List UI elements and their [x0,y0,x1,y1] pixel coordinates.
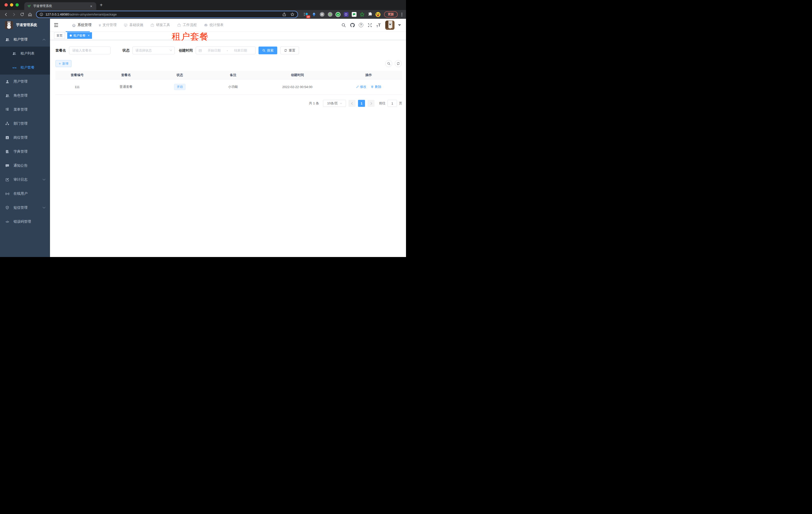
badge-icon [5,135,9,140]
emoji-extension-icon[interactable] [376,12,380,17]
green-chat-extension-icon[interactable] [351,12,356,17]
nav-workflow[interactable]: 工作流程 [177,23,197,27]
sidebar-item-label: 部门管理 [13,121,28,126]
url-bar[interactable]: 127.0.0.1:48080/admin-ui/system/tenant/p… [36,11,298,18]
search-icon[interactable] [341,22,346,28]
minimize-window-button[interactable] [10,3,13,6]
delete-link[interactable]: 删除 [371,85,381,89]
share-icon[interactable] [282,12,286,17]
gem-extension-icon[interactable] [312,12,317,17]
sidebar-item-tenant-management[interactable]: 租户管理 [0,32,50,47]
date-range-picker[interactable]: 开始日期 - 结束日期 [196,47,256,54]
help-icon[interactable]: ? [358,22,364,28]
book-gear-icon [5,150,9,154]
nav-dev-tools[interactable]: 研发工具 [150,23,170,27]
search-button-label: 搜索 [267,48,273,53]
fullscreen-icon[interactable] [367,22,373,28]
nav-statistics[interactable]: 统计报表 [204,23,224,27]
blue-diamond-extension-icon[interactable]: 10 [303,12,309,17]
sidebar-item-notice[interactable]: 通知公告 [0,159,50,173]
browser-tab[interactable]: 芋道管理系统 × [24,2,96,10]
goto-page: 前往 页 [379,100,402,107]
close-window-button[interactable] [4,3,8,6]
sidebar-menu: 租户管理 租户列表 租户套餐 [0,32,50,229]
green-star-extension-icon[interactable] [359,12,365,17]
col-status: 状态 [153,73,206,77]
chrome-update-button[interactable]: 更新 [384,11,398,18]
chrome-menu-icon[interactable] [400,13,404,16]
status-select[interactable]: 请选择状态 [133,47,175,54]
grey-dot-extension-icon[interactable] [327,12,332,17]
nav-payment-management[interactable]: ¥ 支付管理 [99,23,116,27]
sidebar-item-online-users[interactable]: 在线用户 [0,187,50,201]
bookmark-star-icon[interactable] [290,12,294,17]
tab-close-icon[interactable]: × [89,4,93,8]
sidebar-item-department-management[interactable]: 部门管理 [0,117,50,131]
current-page-button[interactable]: 1 [358,100,365,107]
sidebar-item-label: 菜单管理 [13,107,28,112]
text-size-icon[interactable]: TT [376,22,381,28]
sidebar-item-dict-management[interactable]: 字典管理 [0,145,50,159]
sidebar-item-label: 用户管理 [13,79,28,84]
sidebar-item-label: 租户管理 [13,37,28,42]
sidebar: 芋道管理系统 租户管理 租户列表 [0,19,50,257]
nav-system-management[interactable]: 系统管理 [72,23,91,27]
start-date-placeholder: 开始日期 [202,48,226,53]
tag-label: 租户套餐 [74,33,86,38]
github-icon[interactable] [349,22,355,28]
reset-button-label: 重置 [289,48,295,53]
sidebar-logo-row[interactable]: 芋道管理系统 [0,19,50,31]
search-button[interactable]: 搜索 [259,47,277,54]
collapse-sidebar-icon[interactable] [50,23,62,27]
monitor-icon [124,23,127,27]
sidebar-item-role-management[interactable]: 角色管理 [0,88,50,103]
nav-infrastructure[interactable]: 基础设施 [124,23,143,27]
package-name-input[interactable] [69,47,111,54]
sidebar-item-label: 短信管理 [13,206,28,210]
col-actions: 操作 [335,73,402,77]
reload-button[interactable] [19,11,26,18]
goto-page-input[interactable] [387,100,397,107]
chevron-down-icon [340,102,342,104]
col-package-name: 套餐名 [99,73,153,77]
tag-tenant-package[interactable]: 租户套餐 × [67,32,92,39]
hide-search-button[interactable] [385,60,392,67]
forward-button[interactable] [10,11,18,18]
avatar[interactable] [385,21,395,30]
page-size-select[interactable]: 10条/页 [323,100,346,107]
sidebar-item-error-code[interactable]: </> 错误码管理 [0,215,50,229]
cell-create-time: 2022-02-22 00:54:00 [260,85,335,89]
site-info-icon[interactable] [39,12,43,16]
sidebar-item-audit-log[interactable]: 审计日志 [0,173,50,187]
prev-page-button[interactable] [348,100,355,107]
green-y-extension-icon[interactable]: y [336,12,341,17]
zoom-window-button[interactable] [16,3,19,6]
end-date-placeholder: 结束日期 [229,48,253,53]
command-extension-icon[interactable]: ⌘ [319,12,324,17]
sidebar-item-menu-management[interactable]: 菜单管理 [0,103,50,117]
dashboard-icon [204,23,208,27]
avatar-dropdown-caret[interactable] [398,24,401,26]
sidebar-item-tenant-list[interactable]: 租户列表 [0,47,50,60]
next-page-button[interactable] [368,100,375,107]
sidebar-item-label: 错误码管理 [13,219,31,224]
header-right: ? TT [338,21,406,30]
tag-close-icon[interactable]: × [88,34,89,37]
edit-link[interactable]: 修改 [356,85,367,89]
tag-home[interactable]: 首页 [54,32,65,39]
refresh-table-button[interactable] [395,60,402,67]
home-button[interactable] [27,11,33,18]
tag-label: 首页 [57,33,62,38]
add-button[interactable]: + 新增 [56,60,71,67]
app-header: 系统管理 ¥ 支付管理 基础设施 [50,19,406,31]
purple-shield-extension-icon[interactable] [344,12,348,17]
new-tab-button[interactable]: + [100,2,103,7]
sidebar-item-user-management[interactable]: 用户管理 [0,75,50,88]
package-table: 套餐编号 套餐名 状态 备注 创建时间 操作 111 普通套餐 开启 小功能 [56,71,402,94]
back-button[interactable] [2,11,9,18]
reset-button[interactable]: 重置 [280,47,299,54]
sidebar-item-post-management[interactable]: 岗位管理 [0,131,50,145]
sidebar-item-tenant-package[interactable]: 租户套餐 [0,60,50,75]
sidebar-item-sms-management[interactable]: 短信管理 [0,201,50,215]
puzzle-extension-icon[interactable] [368,12,373,17]
